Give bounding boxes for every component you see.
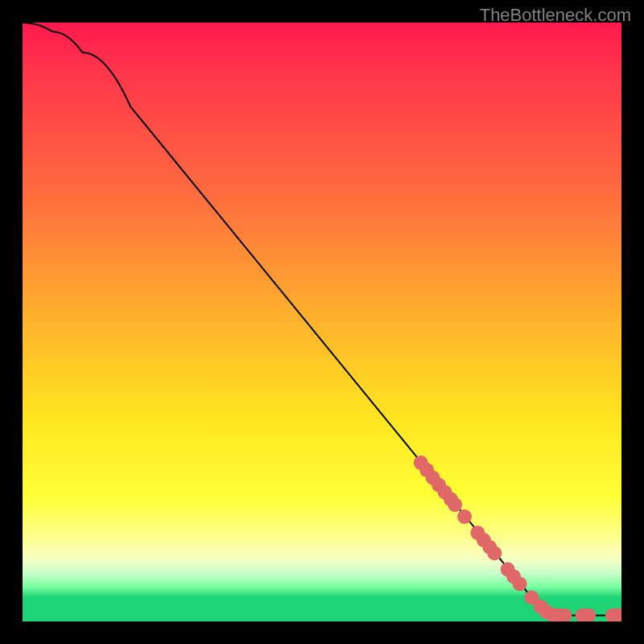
data-point — [457, 510, 472, 524]
data-point — [448, 497, 462, 512]
data-point — [487, 546, 502, 560]
data-point — [513, 576, 527, 591]
chart-svg — [23, 23, 621, 621]
watermark-text: TheBottleneck.com — [480, 5, 631, 26]
plot-area — [23, 23, 621, 621]
curve-line — [23, 23, 621, 616]
data-markers-group — [414, 456, 621, 621]
